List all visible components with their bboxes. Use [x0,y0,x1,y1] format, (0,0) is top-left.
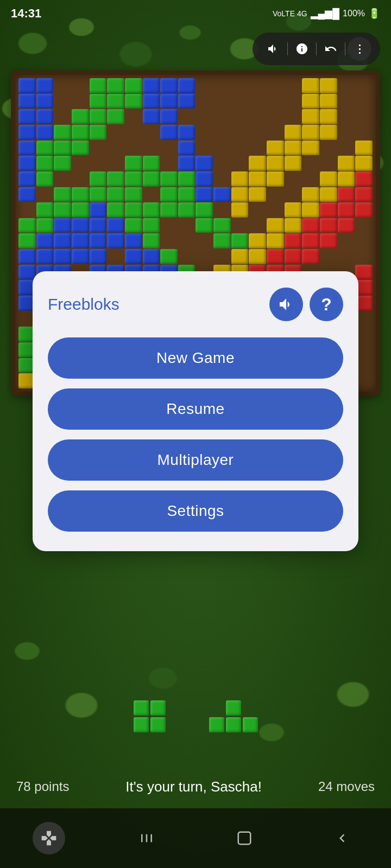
board-cell [36,156,54,171]
board-cell [36,218,54,233]
new-game-button[interactable]: New Game [48,337,343,379]
board-cell [285,187,302,202]
svg-rect-0 [141,834,143,843]
menu-button[interactable] [128,822,166,854]
modal-title: Freebloks [48,295,119,314]
status-time: 14:31 [11,7,41,21]
board-cell [302,78,319,93]
board-cell [143,94,160,109]
board-cell [302,156,319,171]
board-cell [285,156,302,171]
board-cell [285,78,302,93]
board-cell [18,187,36,202]
back-button[interactable] [323,822,361,854]
board-cell [338,233,355,248]
board-cell [107,218,124,233]
home-button[interactable] [225,822,263,854]
board-cell [178,94,195,109]
board-cell [302,233,319,248]
board-cell [36,187,54,202]
board-cell [178,171,195,187]
board-cell [36,125,54,140]
board-cell [107,233,124,248]
board-cell [125,109,142,124]
board-cell [18,125,36,140]
board-cell [195,202,213,218]
board-cell [338,202,355,218]
board-cell [90,202,107,218]
board-cell [249,78,266,93]
board-cell [249,94,266,109]
board-cell [36,233,54,248]
board-cell [143,156,160,171]
board-cell [54,141,71,156]
board-cell [355,141,373,156]
board-cell [143,171,160,187]
board-cell [143,249,160,264]
undo-button[interactable] [319,37,343,61]
board-cell [213,94,231,109]
board-cell [143,218,160,233]
board-cell [72,187,89,202]
board-cell [249,156,266,171]
status-bar: 14:31 VoLTE 4G ▂▄▆█ 100% 🔋 [0,0,391,27]
board-cell [231,233,249,248]
board-cell [72,78,89,93]
board-cell [107,156,124,171]
board-cell [302,249,319,264]
board-cell [54,78,71,93]
settings-button[interactable]: Settings [48,490,343,532]
board-cell [143,233,160,248]
board-cell [178,125,195,140]
board-cell [249,187,266,202]
board-cell [160,125,178,140]
piece-cell [243,717,258,732]
volume-button[interactable] [261,37,285,61]
board-cell [355,156,373,171]
board-cell [195,125,213,140]
top-toolbar: ⋮ [253,33,380,65]
board-cell [231,187,249,202]
board-cell [320,171,337,187]
board-cell [213,233,231,248]
gamepad-button[interactable] [30,822,68,854]
board-cell [178,218,195,233]
board-cell [143,78,160,93]
board-cell [160,141,178,156]
modal-sound-button[interactable] [269,288,303,321]
board-cell [320,78,337,93]
toolbar-divider-2 [316,42,317,55]
board-cell [320,141,337,156]
board-cell [54,249,71,264]
board-cell [213,156,231,171]
board-cell [355,187,373,202]
board-cell [90,94,107,109]
info-button[interactable] [290,37,314,61]
board-cell [107,94,124,109]
board-cell [160,187,178,202]
piece-cell [226,717,241,732]
more-button[interactable]: ⋮ [348,37,371,61]
board-cell [338,109,355,124]
board-cell [125,187,142,202]
multiplayer-button[interactable]: Multiplayer [48,439,343,481]
piece-cell [209,717,224,732]
resume-button[interactable]: Resume [48,388,343,430]
board-cell [355,125,373,140]
board-cell [72,218,89,233]
board-cell [160,78,178,93]
board-cell [285,249,302,264]
board-cell [160,202,178,218]
modal-help-button[interactable]: ? [310,288,343,321]
board-cell [107,202,124,218]
board-cell [160,249,178,264]
board-cell [338,141,355,156]
piece-cell [226,700,241,716]
board-cell [143,141,160,156]
board-cell [72,171,89,187]
board-cell [231,171,249,187]
board-cell [107,171,124,187]
board-cell [178,249,195,264]
board-cell [213,78,231,93]
board-cell [18,249,36,264]
